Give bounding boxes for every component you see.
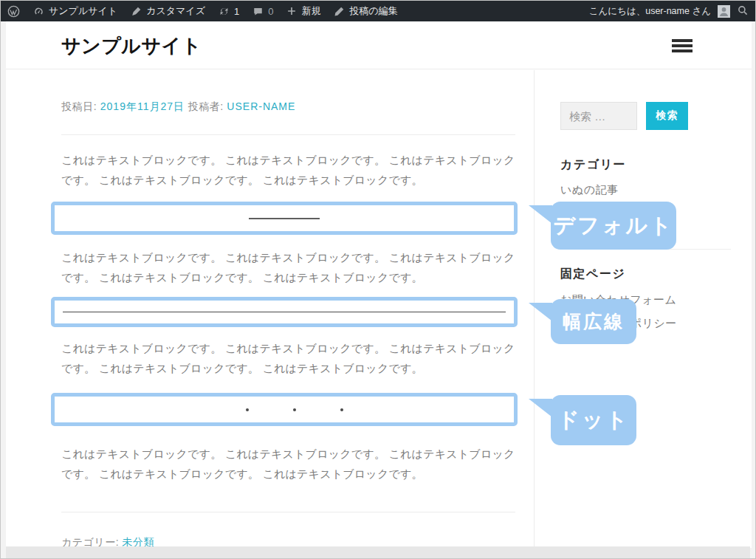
admin-bar-comments[interactable]: 0: [246, 1, 280, 21]
admin-bar-comments-count: 0: [268, 6, 273, 17]
site-header: サンプルサイト: [6, 21, 752, 69]
text-block: これはテキストブロックです。 これはテキストブロックです。 これはテキストブロッ…: [61, 338, 515, 378]
customize-icon: [131, 6, 142, 17]
search-input[interactable]: [560, 102, 637, 130]
text-block: これはテキストブロックです。 これはテキストブロックです。 これはテキストブロッ…: [61, 247, 515, 287]
wp-logo-button[interactable]: [1, 1, 27, 21]
dot: [246, 408, 249, 411]
admin-bar-edit-post[interactable]: 投稿の編集: [327, 1, 404, 21]
admin-bar-left: サンプルサイト カスタマイズ 1 0: [1, 1, 405, 21]
admin-bar-new-label: 新規: [301, 4, 320, 18]
footer-strip: [6, 546, 750, 558]
text-block: これはテキストブロックです。 これはテキストブロックです。 これはテキストブロッ…: [61, 150, 515, 190]
admin-greeting[interactable]: こんにちは、user-name さん: [589, 5, 711, 18]
search-icon[interactable]: [737, 4, 749, 18]
separator-default-highlight: [51, 202, 518, 235]
admin-bar-customize[interactable]: カスタマイズ: [124, 1, 212, 21]
separator-dots: [246, 408, 343, 411]
admin-bar-new[interactable]: 新規: [280, 1, 327, 21]
dot: [340, 408, 343, 411]
avatar: [718, 5, 730, 18]
widget-title-categories: カテゴリー: [560, 157, 731, 173]
admin-bar-site-name-label: サンプルサイト: [49, 4, 117, 18]
menu-bar: [672, 44, 693, 47]
post-date-link[interactable]: 2019年11月27日: [100, 100, 185, 112]
search-widget: 検索: [560, 102, 731, 130]
callout-default: デフォルト: [551, 202, 676, 250]
post-author-link[interactable]: USER-NAME: [227, 100, 295, 112]
sidebar-item-dog-articles[interactable]: いぬの記事: [560, 183, 731, 197]
dot: [293, 408, 296, 411]
divider: [61, 134, 515, 135]
edit-icon: [334, 6, 345, 17]
admin-bar-site-name[interactable]: サンプルサイト: [27, 1, 124, 21]
menu-icon[interactable]: [672, 39, 693, 52]
post-content: 投稿日: 2019年11月27日 投稿者: USER-NAME これはテキストブ…: [6, 70, 535, 548]
post-meta: 投稿日: 2019年11月27日 投稿者: USER-NAME: [61, 100, 515, 114]
main-row: 投稿日: 2019年11月27日 投稿者: USER-NAME これはテキストブ…: [6, 70, 752, 548]
comments-icon: [252, 6, 264, 17]
post-date-label: 投稿日:: [61, 100, 97, 112]
menu-bar: [672, 49, 693, 52]
admin-bar-updates-count: 1: [234, 6, 239, 17]
separator-wide-line: [63, 312, 506, 312]
updates-icon: [219, 6, 230, 17]
admin-bar-right: こんにちは、user-name さん: [589, 1, 755, 21]
callout-wide-line: 幅広線: [551, 299, 636, 344]
search-button[interactable]: 検索: [646, 102, 688, 130]
site-frame: サンプルサイト 投稿日: 2019年11月27日 投稿者: USER-NAME …: [6, 21, 752, 548]
wordpress-logo-icon: [7, 5, 20, 18]
callout-dots: ドット: [551, 395, 636, 445]
plus-icon: [286, 6, 297, 16]
page: サンプルサイト カスタマイズ 1 0: [0, 0, 756, 559]
post-author-label: 投稿者:: [188, 100, 224, 112]
separator-default-line: [249, 218, 320, 219]
admin-bar-edit-post-label: 投稿の編集: [349, 4, 397, 18]
text-block: これはテキストブロックです。 これはテキストブロックです。 これはテキストブロッ…: [61, 444, 515, 484]
dashboard-icon: [33, 6, 44, 17]
separator-wide-highlight: [51, 297, 518, 327]
site-title[interactable]: サンプルサイト: [61, 33, 202, 59]
admin-bar-customize-label: カスタマイズ: [146, 4, 205, 18]
widget-title-pages: 固定ページ: [560, 267, 731, 282]
wp-admin-bar: サンプルサイト カスタマイズ 1 0: [1, 1, 755, 21]
separator-dots-highlight: [51, 393, 518, 426]
menu-bar: [672, 39, 693, 42]
divider: [61, 512, 515, 512]
admin-bar-updates[interactable]: 1: [212, 1, 246, 21]
